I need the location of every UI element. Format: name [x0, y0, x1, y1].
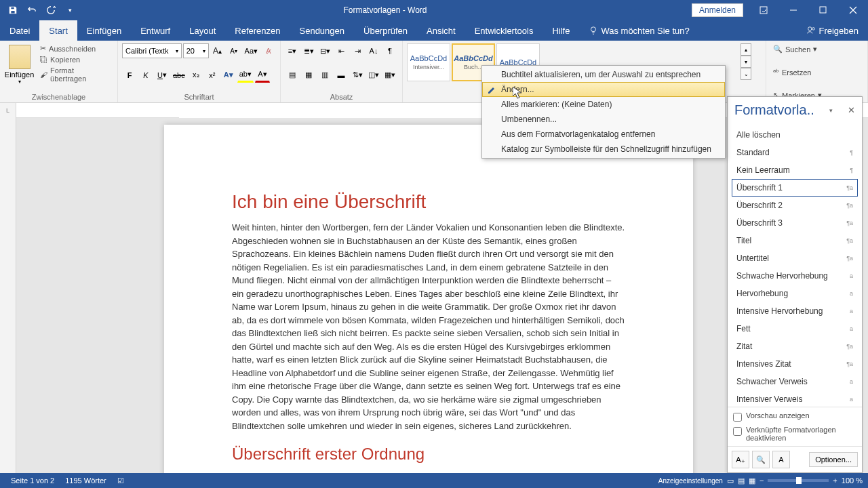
share-button[interactable]: Freigeben	[797, 20, 868, 41]
zoom-in-icon[interactable]: +	[833, 476, 837, 485]
qat-more-icon[interactable]: ▾	[61, 1, 79, 19]
superscript-button[interactable]: x²	[205, 68, 220, 83]
strike-button[interactable]: abc	[171, 68, 187, 83]
linked-styles-checkbox[interactable]: Verknüpfte Formatvorlagen deaktivieren	[733, 426, 856, 442]
display-settings[interactable]: Anzeigeeinstellungen	[658, 477, 723, 485]
zoom-level[interactable]: 100 %	[842, 476, 863, 485]
underline-button[interactable]: U▾	[155, 68, 170, 83]
ctx-select-all[interactable]: Alles markieren: (Keine Daten)	[482, 97, 725, 112]
highlight-icon[interactable]: ab▾	[237, 68, 254, 83]
pane-style-item[interactable]: Überschrift 1¶a	[732, 179, 858, 197]
options-button[interactable]: Optionen...	[809, 452, 858, 467]
pane-style-item[interactable]: Intensiver Verweisa	[732, 390, 858, 407]
save-icon[interactable]	[4, 1, 22, 19]
tab-datei[interactable]: Datei	[0, 20, 39, 41]
text-effects-icon[interactable]: A▾	[221, 68, 236, 83]
ribbon-options-icon[interactable]	[749, 0, 778, 20]
tab-ansicht[interactable]: Ansicht	[417, 20, 465, 41]
pane-style-item[interactable]: Überschrift 3¶a	[732, 214, 858, 232]
undo-icon[interactable]	[23, 1, 41, 19]
zoom-slider[interactable]	[768, 479, 829, 482]
gallery-more-icon[interactable]: ⌄	[741, 68, 751, 80]
tab-entwicklertools[interactable]: Entwicklertools	[465, 20, 543, 41]
pane-style-item[interactable]: Kein Leerraum¶	[732, 161, 858, 179]
tab-ueberpruefen[interactable]: Überprüfen	[354, 20, 417, 41]
page-indicator[interactable]: Seite 1 von 2	[5, 476, 60, 485]
zoom-out-icon[interactable]: −	[760, 476, 764, 485]
view-read-icon[interactable]: ▭	[727, 476, 734, 485]
align-left-icon[interactable]: ▤	[285, 68, 300, 83]
indent-inc-icon[interactable]: ⇥	[350, 43, 365, 58]
pane-clear-all[interactable]: Alle löschen	[732, 126, 858, 144]
font-color-icon[interactable]: A▾	[255, 68, 270, 83]
pane-style-item[interactable]: Schwacher Verweisa	[732, 373, 858, 390]
clear-format-icon[interactable]: A̷	[261, 43, 276, 58]
pane-close-icon[interactable]: ✕	[848, 105, 855, 115]
tab-start[interactable]: Start	[39, 20, 77, 41]
minimize-icon[interactable]	[778, 0, 808, 20]
style-inspector-icon[interactable]: 🔍	[752, 451, 770, 468]
align-center-icon[interactable]: ▦	[301, 68, 316, 83]
font-name-combo[interactable]: Calibri (Textk▾	[122, 43, 182, 58]
copy-button[interactable]: ⿻Kopieren	[37, 55, 113, 64]
grow-font-icon[interactable]: A▴	[210, 43, 225, 58]
tab-layout[interactable]: Layout	[180, 20, 225, 41]
indent-dec-icon[interactable]: ⇤	[334, 43, 349, 58]
tab-hilfe[interactable]: Hilfe	[542, 20, 579, 41]
proofing-icon[interactable]: ☑	[112, 476, 130, 485]
gallery-up-icon[interactable]: ▴	[741, 43, 751, 56]
font-size-combo[interactable]: 20▾	[183, 43, 209, 58]
cut-button[interactable]: ✂Ausschneiden	[37, 43, 113, 54]
sort-icon[interactable]: A↓	[366, 43, 381, 58]
view-web-icon[interactable]: ▦	[749, 476, 755, 485]
bold-button[interactable]: F	[122, 68, 137, 83]
tellme-search[interactable]: Was möchten Sie tun?	[579, 20, 698, 41]
pane-style-item[interactable]: Schwache Hervorhebunga	[732, 267, 858, 285]
pane-style-item[interactable]: Intensives Zitat¶a	[732, 355, 858, 373]
preview-checkbox[interactable]: Vorschau anzeigen	[733, 411, 856, 422]
tab-sendungen[interactable]: Sendungen	[290, 20, 355, 41]
italic-button[interactable]: K	[138, 68, 153, 83]
change-case-icon[interactable]: Aa▾	[243, 43, 260, 58]
line-spacing-icon[interactable]: ⇅▾	[350, 68, 365, 83]
replace-button[interactable]: ᵃᵇErsetzen	[770, 66, 863, 78]
heading-1[interactable]: Ich bin eine Überschrift	[232, 191, 625, 213]
multilevel-icon[interactable]: ⊟▾	[317, 43, 332, 58]
shading-icon[interactable]: ◫▾	[366, 68, 381, 83]
shrink-font-icon[interactable]: A▾	[226, 43, 241, 58]
signin-button[interactable]: Anmelden	[692, 3, 743, 17]
bullets-icon[interactable]: ≡▾	[285, 43, 300, 58]
paste-button[interactable]: Einfügen ▾	[4, 43, 35, 85]
page[interactable]: Ich bin eine Überschrift Weit hinten, hi…	[164, 125, 693, 473]
format-painter-button[interactable]: 🖌Format übertragen	[37, 66, 113, 83]
tab-entwurf[interactable]: Entwurf	[131, 20, 180, 41]
justify-icon[interactable]: ▬	[334, 68, 349, 83]
view-print-icon[interactable]: ▤	[738, 476, 745, 485]
show-marks-icon[interactable]: ¶	[382, 43, 397, 58]
tab-referenzen[interactable]: Referenzen	[225, 20, 290, 41]
pane-style-item[interactable]: Hervorhebunga	[732, 285, 858, 302]
numbering-icon[interactable]: ≣▾	[301, 43, 316, 58]
pane-style-item[interactable]: Standard¶	[732, 144, 858, 161]
new-style-icon[interactable]: A₊	[732, 451, 749, 468]
tab-einfuegen[interactable]: Einfügen	[77, 20, 131, 41]
body-paragraph[interactable]: Weit hinten, hinter den Wortbergen, fern…	[232, 221, 625, 432]
ctx-modify[interactable]: Ändern...	[482, 82, 725, 97]
ctx-update-to-match[interactable]: Buchtitel aktualisieren, um der Auswahl …	[482, 67, 725, 82]
manage-styles-icon[interactable]: A	[772, 451, 790, 468]
ctx-add-qat[interactable]: Katalog zur Symbolleiste für den Schnell…	[482, 142, 725, 157]
pane-style-item[interactable]: Intensive Hervorhebunga	[732, 302, 858, 320]
close-icon[interactable]	[838, 0, 868, 20]
find-button[interactable]: 🔍Suchen ▾	[770, 43, 863, 55]
pane-style-item[interactable]: Untertitel¶a	[732, 249, 858, 267]
gallery-down-icon[interactable]: ▾	[741, 56, 751, 68]
borders-icon[interactable]: ▦▾	[382, 68, 397, 83]
maximize-icon[interactable]	[808, 0, 838, 20]
align-right-icon[interactable]: ▥	[317, 68, 332, 83]
vertical-ruler[interactable]	[0, 118, 16, 473]
ctx-rename[interactable]: Umbenennen...	[482, 112, 725, 127]
pane-style-item[interactable]: Titel¶a	[732, 232, 858, 249]
pane-style-item[interactable]: Zitat¶a	[732, 338, 858, 355]
pane-style-item[interactable]: Überschrift 2¶a	[732, 197, 858, 214]
subscript-button[interactable]: x₂	[189, 68, 203, 83]
